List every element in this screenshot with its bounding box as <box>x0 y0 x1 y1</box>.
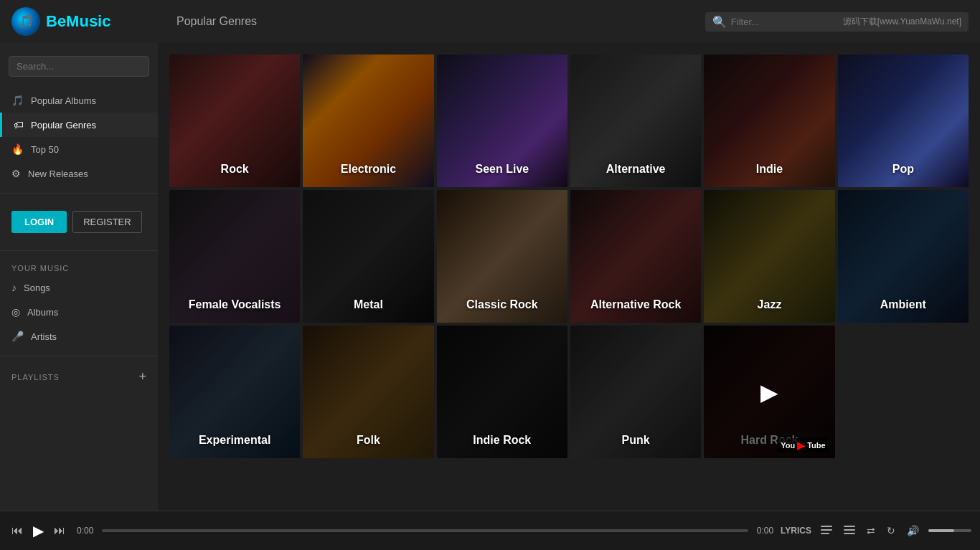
music-eighth-note-icon: ♪ <box>11 282 17 293</box>
genre-card-indie[interactable]: Indie <box>704 54 834 187</box>
add-playlist-button[interactable]: + <box>138 369 146 384</box>
svg-rect-1 <box>821 529 832 531</box>
genre-label-indie: Indie <box>704 163 834 176</box>
main-layout: 🎵 Popular Albums 🏷 Popular Genres 🔥 Top … <box>0 43 980 511</box>
genre-label-classic-rock: Classic Rock <box>437 298 567 311</box>
sidebar-label-top-50: Top 50 <box>31 144 59 155</box>
sidebar-search-container <box>0 50 158 82</box>
genre-label-experimental: Experimental <box>169 434 300 447</box>
sidebar-item-albums[interactable]: ◎ Albums <box>0 300 158 324</box>
sidebar-nav: 🎵 Popular Albums 🏷 Popular Genres 🔥 Top … <box>0 88 158 186</box>
genre-label-female-vocalists: Female Vocalists <box>169 298 300 311</box>
logo-icon: 🎵 <box>11 7 40 36</box>
volume-slider[interactable] <box>928 529 971 532</box>
header: 🎵 BeMusic Popular Genres 🔍 源码下载[www.Yuan… <box>0 0 980 43</box>
album-icon: ◎ <box>11 306 20 318</box>
sidebar-item-top-50[interactable]: 🔥 Top 50 <box>0 137 158 161</box>
register-button[interactable]: REGISTER <box>72 211 141 233</box>
genre-card-alternative[interactable]: Alternative <box>570 54 701 187</box>
logo-text: BeMusic <box>46 12 110 31</box>
sidebar: 🎵 Popular Albums 🏷 Popular Genres 🔥 Top … <box>0 43 158 511</box>
shuffle-button[interactable]: ⇄ <box>864 523 877 539</box>
genre-label-punk: Punk <box>570 434 701 447</box>
current-time: 0:00 <box>77 526 93 536</box>
play-overlay-icon: ▶ <box>760 379 778 406</box>
watermark-text: 源码下载[www.YuanMaWu.net] <box>843 16 961 28</box>
genre-label-alternative-rock: Alternative Rock <box>570 298 701 311</box>
sidebar-label-new-releases: New Releases <box>28 169 88 179</box>
genre-label-alternative: Alternative <box>570 163 701 176</box>
genre-label-metal: Metal <box>303 298 433 311</box>
your-music-section-title: YOUR MUSIC <box>0 258 158 275</box>
genre-card-pop[interactable]: Pop <box>838 54 969 187</box>
genre-card-folk[interactable]: Folk <box>303 326 433 458</box>
genre-label-jazz: Jazz <box>704 298 834 311</box>
genre-card-punk[interactable]: Punk <box>570 326 701 458</box>
repeat-button[interactable]: ↻ <box>885 523 897 539</box>
genre-label-folk: Folk <box>303 434 433 447</box>
queue-button[interactable] <box>819 522 834 540</box>
sidebar-item-songs[interactable]: ♪ Songs <box>0 275 158 300</box>
youtube-overlay: You▶Tube <box>777 438 829 452</box>
genre-card-indie-rock[interactable]: Indie Rock <box>437 326 567 458</box>
player-right: 0:00 LYRICS ⇄ ↻ 🔊 <box>757 522 971 540</box>
genre-label-ambient: Ambient <box>838 298 969 311</box>
genre-card-experimental[interactable]: Experimental <box>169 326 300 458</box>
volume-button[interactable]: 🔊 <box>905 523 921 539</box>
sidebar-divider-3 <box>0 356 158 356</box>
genre-card-alternative-rock[interactable]: Alternative Rock <box>570 190 701 323</box>
header-search-input[interactable] <box>731 16 831 27</box>
player-controls: ⏮ ▶ ⏭ <box>9 521 68 540</box>
page-title-area: Popular Genres <box>162 15 705 28</box>
genre-card-seen-live[interactable]: Seen Live <box>437 54 567 187</box>
genre-card-rock[interactable]: Rock <box>169 54 300 187</box>
sidebar-label-albums: Albums <box>27 307 58 318</box>
auth-buttons: LOGIN REGISTER <box>0 205 158 239</box>
sidebar-search-input[interactable] <box>9 56 149 77</box>
sidebar-item-new-releases[interactable]: ⚙ New Releases <box>0 161 158 186</box>
genre-card-female-vocalists[interactable]: Female Vocalists <box>169 190 300 323</box>
login-button[interactable]: LOGIN <box>11 211 67 233</box>
genre-card-electronic[interactable]: Electronic <box>303 54 433 187</box>
genre-label-pop: Pop <box>838 163 969 176</box>
next-button[interactable]: ⏭ <box>51 521 68 540</box>
svg-rect-0 <box>821 526 832 527</box>
genre-card-ambient[interactable]: Ambient <box>838 190 969 323</box>
sidebar-item-popular-albums[interactable]: 🎵 Popular Albums <box>0 88 158 113</box>
sidebar-item-popular-genres[interactable]: 🏷 Popular Genres <box>0 113 158 137</box>
sidebar-divider-2 <box>0 250 158 251</box>
sidebar-label-artists: Artists <box>31 331 57 342</box>
fire-icon: 🔥 <box>11 143 24 155</box>
svg-rect-5 <box>844 533 855 534</box>
sidebar-label-songs: Songs <box>24 283 50 293</box>
logo: 🎵 BeMusic <box>11 7 162 36</box>
gear-icon: ⚙ <box>11 168 21 179</box>
volume-fill <box>928 529 954 532</box>
play-button[interactable]: ▶ <box>33 522 44 539</box>
sidebar-label-popular-albums: Popular Albums <box>31 95 96 106</box>
search-icon: 🔍 <box>712 15 727 29</box>
playlists-label: PLAYLISTS <box>11 373 60 381</box>
sidebar-item-artists[interactable]: 🎤 Artists <box>0 324 158 349</box>
genre-label-seen-live: Seen Live <box>437 163 567 176</box>
previous-button[interactable]: ⏮ <box>9 521 26 540</box>
progress-bar[interactable] <box>102 529 748 532</box>
genre-card-metal[interactable]: Metal <box>303 190 433 323</box>
genre-card-hard-rock[interactable]: Hard Rock▶You▶Tube <box>704 326 834 458</box>
page-title: Popular Genres <box>176 15 257 27</box>
youtube-tube-text: Tube <box>807 441 825 450</box>
header-search-bar: 🔍 源码下载[www.YuanMaWu.net] <box>705 12 969 32</box>
youtube-logo-icon: ▶ <box>797 440 805 451</box>
total-time: 0:00 <box>757 526 773 536</box>
svg-rect-2 <box>821 533 829 534</box>
sidebar-divider-1 <box>0 193 158 194</box>
genre-card-jazz[interactable]: Jazz <box>704 190 834 323</box>
playlists-header: PLAYLISTS + <box>0 364 158 387</box>
microphone-icon: 🎤 <box>11 331 24 342</box>
svg-rect-3 <box>844 526 855 527</box>
list-button[interactable] <box>842 522 857 540</box>
lyrics-button[interactable]: LYRICS <box>781 526 811 536</box>
tag-icon: 🏷 <box>14 119 24 131</box>
genre-card-classic-rock[interactable]: Classic Rock <box>437 190 567 323</box>
svg-rect-4 <box>844 529 855 531</box>
